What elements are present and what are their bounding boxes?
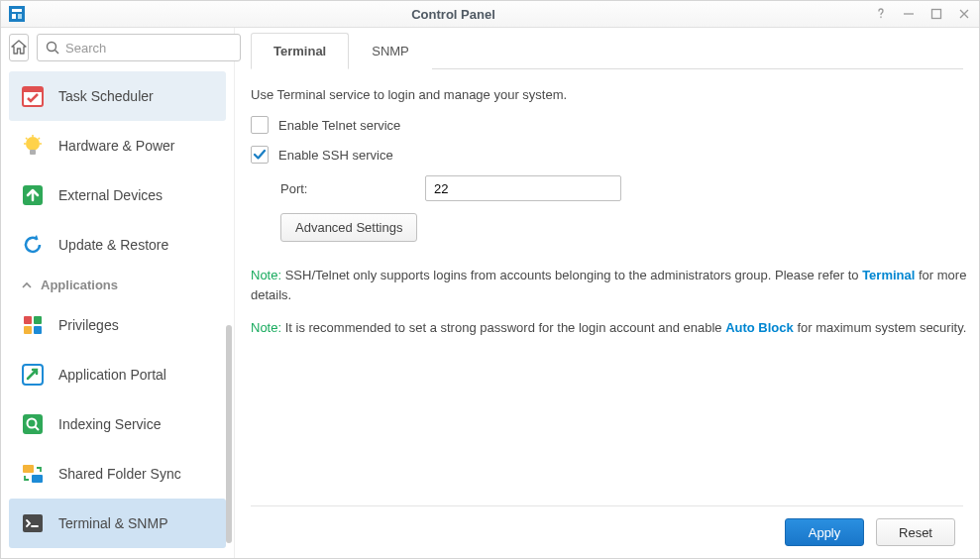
- enable-ssh-label: Enable SSH service: [278, 148, 393, 163]
- top-actions: [1, 28, 235, 67]
- device-up-icon: [19, 181, 47, 209]
- lightbulb-icon: [19, 132, 47, 160]
- svg-rect-21: [23, 465, 34, 473]
- sidebar-item-label: Privileges: [58, 317, 119, 333]
- footer-bar: Apply Reset: [251, 505, 963, 558]
- autoblock-link[interactable]: Auto Block: [725, 320, 794, 335]
- sidebar-item-update-restore[interactable]: Update & Restore: [9, 220, 226, 270]
- section-header-applications[interactable]: Applications: [9, 270, 226, 300]
- enable-ssh-checkbox[interactable]: [251, 146, 269, 164]
- sidebar: Task Scheduler Hardware & Power External…: [1, 28, 235, 558]
- note-text-b: for maximum system security.: [794, 320, 967, 335]
- sidebar-item-label: Hardware & Power: [58, 138, 175, 154]
- search-icon: [46, 41, 59, 55]
- sidebar-item-indexing-service[interactable]: Indexing Service: [9, 399, 226, 449]
- enable-telnet-row: Enable Telnet service: [251, 116, 971, 134]
- svg-line-7: [55, 51, 59, 55]
- sidebar-item-application-portal[interactable]: Application Portal: [9, 350, 226, 399]
- sidebar-item-label: External Devices: [58, 187, 163, 203]
- scrollbar[interactable]: [226, 325, 232, 543]
- maximize-icon[interactable]: [929, 7, 943, 21]
- refresh-icon: [19, 231, 47, 259]
- search-box[interactable]: [37, 34, 241, 61]
- tab-snmp[interactable]: SNMP: [349, 33, 432, 69]
- help-icon[interactable]: [874, 7, 888, 21]
- enable-telnet-checkbox[interactable]: [251, 116, 269, 134]
- check-icon: [253, 148, 267, 162]
- svg-rect-0: [9, 6, 25, 22]
- sidebar-item-label: Shared Folder Sync: [58, 466, 181, 482]
- svg-rect-1: [12, 9, 22, 12]
- svg-rect-13: [24, 316, 32, 324]
- port-label: Port:: [280, 181, 409, 196]
- sidebar-item-hardware-power[interactable]: Hardware & Power: [9, 121, 226, 170]
- reset-button[interactable]: Reset: [876, 518, 955, 546]
- note-label: Note:: [251, 320, 281, 335]
- grid-icon: [19, 311, 47, 339]
- minimize-icon[interactable]: [902, 7, 916, 21]
- chevron-up-icon: [21, 280, 33, 291]
- tabs: Terminal SNMP: [251, 32, 963, 69]
- app-icon: [9, 6, 25, 22]
- port-input[interactable]: [425, 175, 621, 201]
- home-icon: [10, 39, 28, 56]
- terminal-icon: [19, 509, 47, 537]
- title-bar: Control Panel: [1, 1, 979, 28]
- svg-rect-9: [23, 87, 43, 92]
- svg-rect-3: [18, 14, 22, 19]
- note-2: Note: It is recommended to set a strong …: [251, 318, 971, 338]
- enable-telnet-label: Enable Telnet service: [278, 118, 400, 133]
- svg-rect-5: [932, 10, 941, 19]
- search-square-icon: [19, 410, 47, 438]
- note-text-a: It is recommended to set a strong passwo…: [285, 320, 725, 335]
- home-button[interactable]: [9, 34, 29, 61]
- sidebar-item-shared-folder-sync[interactable]: Shared Folder Sync: [9, 449, 226, 499]
- content-panel: Terminal SNMP Use Terminal service to lo…: [235, 28, 979, 558]
- intro-text: Use Terminal service to login and manage…: [251, 87, 971, 102]
- portal-icon: [19, 361, 47, 389]
- svg-rect-18: [23, 414, 43, 434]
- note-label: Note:: [251, 268, 281, 282]
- sidebar-item-label: Application Portal: [58, 367, 166, 383]
- svg-rect-11: [30, 150, 36, 155]
- enable-ssh-row: Enable SSH service: [251, 146, 971, 164]
- svg-rect-14: [34, 316, 42, 324]
- sidebar-item-label: Terminal & SNMP: [58, 515, 167, 531]
- sidebar-item-label: Update & Restore: [58, 237, 168, 253]
- svg-rect-22: [32, 475, 43, 483]
- window-title: Control Panel: [33, 7, 874, 22]
- note-1: Note: SSH/Telnet only supports logins fr…: [251, 266, 971, 304]
- svg-rect-2: [12, 14, 16, 19]
- sync-folders-icon: [19, 460, 47, 488]
- svg-rect-16: [34, 326, 42, 334]
- sidebar-item-external-devices[interactable]: External Devices: [9, 170, 226, 220]
- svg-rect-15: [24, 326, 32, 334]
- svg-point-10: [26, 137, 40, 151]
- calendar-check-icon: [19, 82, 47, 110]
- terminal-link[interactable]: Terminal: [862, 268, 915, 282]
- search-input[interactable]: [65, 41, 232, 56]
- apply-button[interactable]: Apply: [785, 518, 864, 546]
- content-body: Use Terminal service to login and manage…: [251, 69, 971, 505]
- advanced-settings-button[interactable]: Advanced Settings: [280, 213, 417, 242]
- sidebar-item-label: Indexing Service: [58, 416, 162, 432]
- sidebar-item-privileges[interactable]: Privileges: [9, 300, 226, 350]
- sidebar-item-terminal-snmp[interactable]: Terminal & SNMP: [9, 499, 226, 548]
- note-text-a: SSH/Telnet only supports logins from acc…: [285, 268, 862, 282]
- svg-point-6: [48, 43, 56, 52]
- tab-terminal[interactable]: Terminal: [251, 33, 349, 69]
- close-icon[interactable]: [957, 7, 971, 21]
- sidebar-item-label: Task Scheduler: [58, 88, 154, 104]
- section-label: Applications: [41, 278, 118, 292]
- port-row: Port:: [280, 175, 971, 201]
- svg-rect-23: [23, 514, 43, 532]
- sidebar-item-task-scheduler[interactable]: Task Scheduler: [9, 71, 226, 121]
- window-controls: [874, 7, 971, 21]
